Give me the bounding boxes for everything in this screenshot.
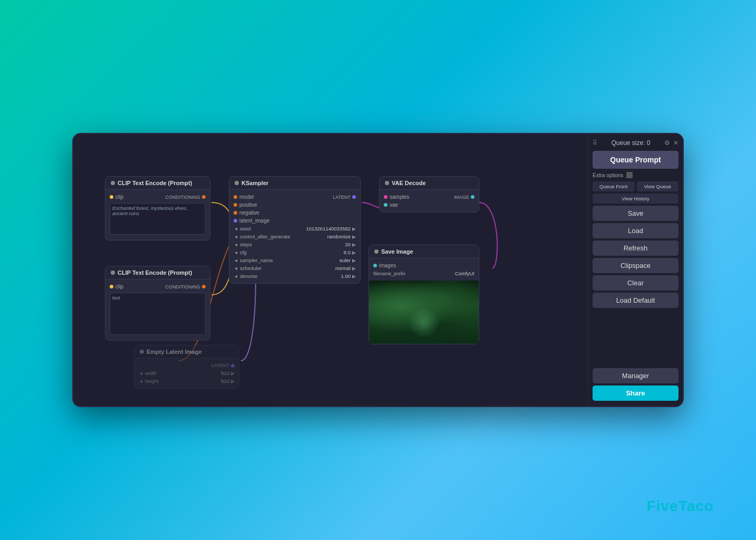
- ksampler-sampler-arrow: ◄: [234, 258, 238, 263]
- view-history-button[interactable]: View History: [593, 194, 679, 204]
- ksampler-header: KSampler: [229, 177, 360, 190]
- save-filename-row[interactable]: filename_prefix ComfyUI: [373, 269, 474, 277]
- ksampler-steps-arrow: ◄: [234, 242, 238, 247]
- clip1-clip-port: [110, 195, 113, 199]
- latent-height-label: height: [145, 378, 159, 384]
- ksampler-denoise-row[interactable]: ◄ denoise 1.00 ▶: [234, 272, 356, 280]
- ksampler-denoise-label: denoise: [240, 273, 257, 279]
- ksampler-control-row[interactable]: ◄ control_after_generate randomize ▶: [234, 233, 356, 240]
- ksampler-scheduler-label: scheduler: [240, 265, 261, 271]
- share-button[interactable]: Share: [593, 385, 679, 401]
- ksampler-seed-label: seed: [240, 226, 251, 232]
- save-status-dot: [374, 249, 379, 254]
- ksampler-latent-image-row: latent_image: [234, 217, 356, 225]
- queue-size-label: Queue size: 0: [611, 139, 650, 147]
- node-ksampler[interactable]: KSampler model LATENT: [229, 176, 361, 284]
- queue-front-button[interactable]: Queue Front: [593, 181, 635, 191]
- ksampler-cfg-value: 8.0: [344, 249, 351, 255]
- extra-options-label: Extra options: [593, 172, 623, 178]
- ksampler-cfg-btn[interactable]: ▶: [352, 250, 356, 255]
- load-button[interactable]: Load: [593, 223, 679, 238]
- ksampler-control-btn[interactable]: ▶: [352, 234, 356, 239]
- ksampler-steps-value: 20: [345, 242, 351, 247]
- vae-vae-port: [384, 203, 387, 207]
- clip2-clip-port: [110, 285, 113, 288]
- ksampler-body: model LATENT positive n: [229, 190, 360, 283]
- clipspace-button[interactable]: Clipspace: [593, 258, 679, 273]
- ksampler-positive-port: [234, 203, 237, 207]
- extra-options-row: Extra options: [593, 171, 679, 179]
- save-filename-value: ComfyUI: [455, 271, 474, 276]
- node-empty-latent[interactable]: Empty Latent Image LATENT ◄ width: [134, 345, 239, 389]
- view-queue-button[interactable]: View Queue: [637, 181, 679, 191]
- vae-vae-label: vae: [390, 202, 398, 208]
- gear-icon[interactable]: ⚙: [664, 139, 670, 147]
- save-images-row: images: [373, 262, 474, 269]
- ksampler-scheduler-arrow: ◄: [234, 266, 238, 271]
- node-clip1-header: CLIP Text Encode (Prompt): [105, 177, 210, 190]
- ksampler-scheduler-row[interactable]: ◄ scheduler normal ▶: [234, 264, 356, 272]
- canvas-area[interactable]: CLIP Text Encode (Prompt) clip CONDITION…: [73, 134, 588, 406]
- vae-samples-row: samples IMAGE: [384, 193, 474, 201]
- clip2-conditioning-port: [202, 285, 206, 288]
- refresh-button[interactable]: Refresh: [593, 240, 679, 256]
- ksampler-negative-label: negative: [239, 210, 259, 216]
- node-clip1-clip-row: clip CONDITIONING: [110, 193, 206, 201]
- ksampler-negative-port: [234, 211, 237, 215]
- close-icon[interactable]: ✕: [673, 139, 679, 147]
- node-clip2-status-dot: [111, 271, 115, 275]
- latent-header: Empty Latent Image: [134, 345, 239, 359]
- clear-button[interactable]: Clear: [593, 275, 679, 291]
- ksampler-model-port: [234, 195, 237, 199]
- brand-text1: Five: [647, 498, 679, 514]
- latent-height-btn[interactable]: ▶: [231, 379, 235, 384]
- ksampler-sampler-row[interactable]: ◄ sampler_name euler ▶: [234, 256, 356, 264]
- ksampler-sampler-value: euler: [340, 257, 351, 263]
- forest-glow: [408, 307, 440, 339]
- ksampler-latent-image-label: latent_image: [239, 218, 269, 224]
- clip2-conditioning-label: CONDITIONING: [166, 284, 201, 290]
- ksampler-seed-row[interactable]: ◄ seed 1013261140033582 ▶: [234, 225, 356, 233]
- ksampler-sampler-label: sampler_name: [240, 257, 273, 263]
- node-clip2-header: CLIP Text Encode (Prompt): [105, 266, 210, 279]
- node-clip-text-encode-1[interactable]: CLIP Text Encode (Prompt) clip CONDITION…: [105, 176, 210, 240]
- node-save-image[interactable]: Save Image images filename_prefix ComfyU…: [369, 245, 479, 344]
- node-clip2-title: CLIP Text Encode (Prompt): [118, 269, 192, 276]
- clip1-conditioning-label: CONDITIONING: [166, 195, 201, 200]
- ksampler-cfg-row[interactable]: ◄ cfg 8.0 ▶: [234, 248, 356, 256]
- latent-height-arrow: ◄: [139, 379, 143, 384]
- ksampler-sampler-btn[interactable]: ▶: [352, 258, 356, 263]
- clip1-clip-label: clip: [115, 194, 123, 200]
- ksampler-control-arrow: ◄: [234, 234, 238, 239]
- clip2-text-area[interactable]: text: [110, 293, 206, 335]
- load-default-button[interactable]: Load Default: [593, 293, 679, 308]
- latent-width-row[interactable]: ◄ width 512 ▶: [139, 369, 235, 377]
- clip1-text: Enchanted forest, mysterious elves, anci…: [112, 206, 188, 216]
- clip1-text-area[interactable]: Enchanted forest, mysterious elves, anci…: [110, 203, 206, 235]
- save-header: Save Image: [369, 245, 479, 258]
- manager-button[interactable]: Manager: [593, 368, 679, 383]
- ksampler-steps-btn[interactable]: ▶: [352, 242, 356, 247]
- ksampler-scheduler-btn[interactable]: ▶: [352, 266, 356, 271]
- latent-width-btn[interactable]: ▶: [231, 371, 235, 376]
- ksampler-negative-row: negative: [234, 209, 356, 217]
- vae-samples-port: [384, 195, 387, 199]
- vae-image-label: IMAGE: [454, 195, 469, 200]
- latent-height-row[interactable]: ◄ height 512 ▶: [139, 377, 235, 385]
- ksampler-latent-port: [352, 195, 356, 199]
- vae-body: samples IMAGE vae: [380, 190, 479, 212]
- brand-text2: Taco: [679, 498, 714, 514]
- extra-options-checkbox[interactable]: [626, 172, 633, 178]
- ksampler-control-label: control_after_generate: [240, 234, 290, 239]
- ksampler-denoise-arrow: ◄: [234, 274, 238, 279]
- ksampler-scheduler-value: normal: [335, 265, 351, 271]
- latent-title: Empty Latent Image: [147, 349, 202, 355]
- save-button[interactable]: Save: [593, 206, 679, 221]
- queue-prompt-button[interactable]: Queue Prompt: [593, 151, 679, 169]
- ksampler-denoise-btn[interactable]: ▶: [352, 274, 356, 279]
- node-clip1-title: CLIP Text Encode (Prompt): [118, 180, 192, 186]
- node-vae-decode[interactable]: VAE Decode samples IMAGE vae: [379, 176, 479, 213]
- ksampler-steps-row[interactable]: ◄ steps 20 ▶: [234, 240, 356, 248]
- ksampler-seed-btn[interactable]: ▶: [352, 226, 356, 232]
- node-clip-text-encode-2[interactable]: CLIP Text Encode (Prompt) clip CONDITION…: [105, 266, 210, 341]
